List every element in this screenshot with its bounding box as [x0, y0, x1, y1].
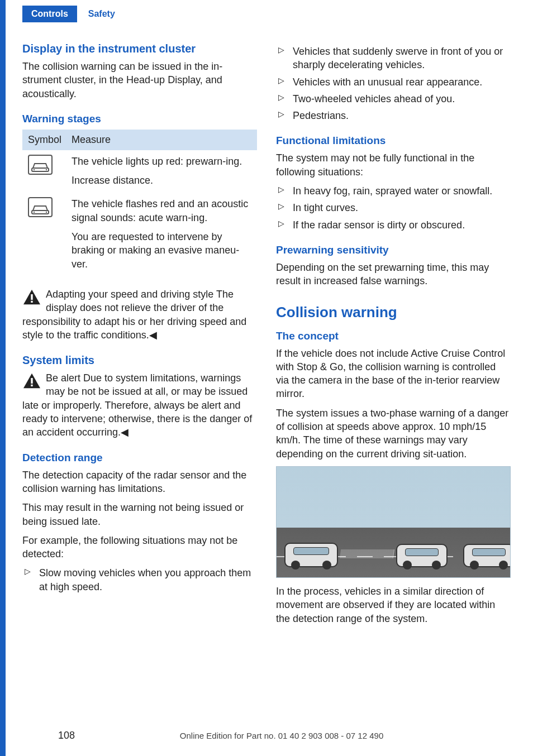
th-measure: Measure	[72, 134, 251, 146]
list-item: Slow moving vehicles when you approach t…	[22, 566, 257, 594]
symbol-prewarning	[28, 155, 72, 193]
row1-text-a: The vehicle lights up red: prewarn‐ing.	[72, 155, 251, 168]
left-column: Display in the instrument cluster The co…	[22, 38, 257, 631]
list-item: Vehicles that suddenly swerve in front o…	[276, 45, 511, 72]
th-symbol: Symbol	[28, 134, 72, 146]
table-row: The vehicle flashes red and an acoustic …	[22, 193, 257, 276]
list-item: If the radar sensor is dirty or obscured…	[276, 218, 511, 232]
warn2-title: Be alert	[46, 372, 80, 384]
p-detect-1: The detection capacity of the radar sens…	[22, 468, 257, 496]
warning-be-alert: Be alert Due to system limitations, warn…	[22, 371, 257, 439]
heading-warning-stages: Warning stages	[22, 113, 257, 125]
p-prewarn: Depending on the set prewarning time, th…	[276, 261, 511, 288]
p-detect-2: This may result in the warning not being…	[22, 501, 257, 528]
footer-text: Online Edition for Part no. 01 40 2 903 …	[180, 731, 383, 740]
collision-illustration	[276, 466, 511, 578]
p-after-illustration: In the process, vehicles in a similar di…	[276, 585, 511, 625]
p-display-desc: The collision warning can be issued in t…	[22, 60, 257, 101]
car-ego	[284, 543, 338, 567]
left-accent-bar	[0, 0, 6, 756]
table-row: The vehicle lights up red: prewarn‐ing. …	[22, 150, 257, 193]
p-concept-2: The system issues a two-phase warning of…	[276, 406, 511, 461]
func-list: In heavy fog, rain, sprayed water or sno…	[276, 184, 511, 232]
row2-text-b: You are requested to intervene by brakin…	[72, 230, 251, 271]
tab-safety: Safety	[77, 6, 124, 22]
list-item: In tight curves.	[276, 201, 511, 214]
row2-text-a: The vehicle flashes red and an acoustic …	[72, 197, 251, 224]
list-item: Pedestrians.	[276, 109, 511, 122]
svg-rect-6	[31, 294, 32, 300]
list-item: Two-wheeled vehicles ahead of you.	[276, 92, 511, 106]
p-detect-3: For example, the following situations ma…	[22, 534, 257, 561]
heading-collision-warning: Collision warning	[276, 304, 511, 321]
car-icon	[28, 155, 53, 175]
heading-the-concept: The concept	[276, 330, 511, 342]
car-ahead-1	[396, 544, 448, 567]
svg-rect-7	[31, 301, 32, 303]
car-icon	[28, 197, 53, 217]
car-ahead-2	[463, 544, 511, 567]
p-concept-1: If the vehicle does not include Active C…	[276, 347, 511, 401]
sensor-beam	[340, 549, 394, 558]
p-func: The system may not be fully functional i…	[276, 151, 511, 179]
heading-functional-limitations: Functional limitations	[276, 135, 511, 147]
page-number: 108	[58, 730, 75, 741]
table-header: Symbol Measure	[22, 130, 257, 150]
warning-icon	[22, 289, 41, 305]
warning-icon	[22, 372, 41, 389]
heading-detection-range: Detection range	[22, 452, 257, 464]
symbol-acute-warning	[28, 197, 72, 276]
warning-adapting-speed: Adapting your speed and driving style Th…	[22, 288, 257, 342]
row1-text-b: Increase distance.	[72, 174, 251, 187]
list-item: In heavy fog, rain, sprayed water or sno…	[276, 184, 511, 198]
page-footer: 108 Online Edition for Part no. 01 40 2 …	[0, 730, 533, 741]
detect-list-right: Vehicles that suddenly swerve in front o…	[276, 45, 511, 122]
right-column: Vehicles that suddenly swerve in front o…	[276, 38, 511, 631]
svg-rect-8	[31, 378, 32, 384]
heading-prewarning-sensitivity: Prewarning sensitivity	[276, 244, 511, 256]
detect-list-left: Slow moving vehicles when you approach t…	[22, 566, 257, 594]
heading-system-limits: System limits	[22, 354, 257, 367]
breadcrumb-tabs: Controls Safety	[22, 6, 511, 22]
warn1-title: Adapting your speed and driving style	[46, 289, 213, 300]
tab-controls: Controls	[22, 6, 77, 22]
svg-rect-9	[31, 385, 32, 386]
list-item: Vehicles with an unusual rear appearance…	[276, 75, 511, 89]
heading-display-cluster: Display in the instrument cluster	[22, 42, 257, 55]
